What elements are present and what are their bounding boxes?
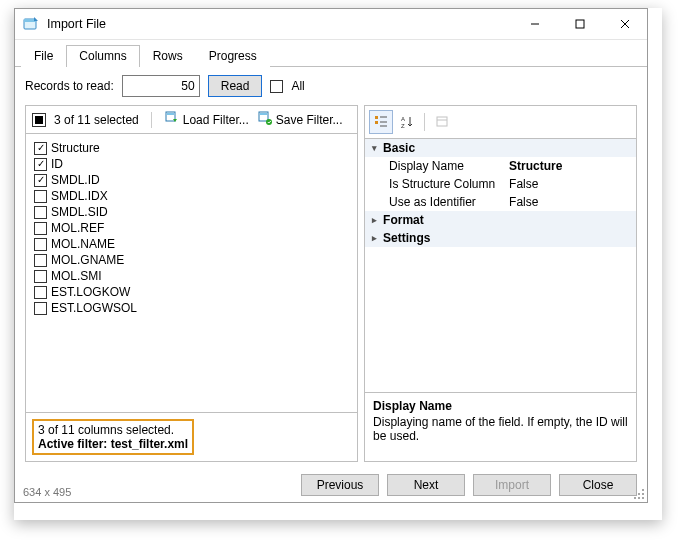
window-title: Import File (47, 17, 512, 31)
column-item[interactable]: MOL.REF (34, 220, 349, 236)
column-checkbox[interactable] (34, 190, 47, 203)
close-button[interactable]: Close (559, 474, 637, 496)
minimize-button[interactable] (512, 10, 557, 39)
property-key: Is Structure Column (389, 177, 509, 191)
app-icon (23, 16, 39, 32)
column-checkbox[interactable]: ✓ (34, 142, 47, 155)
property-category[interactable]: ▾Basic (365, 139, 636, 157)
divider (151, 112, 152, 128)
property-value[interactable]: False (509, 177, 636, 191)
property-row[interactable]: Is Structure ColumnFalse (365, 175, 636, 193)
svg-rect-10 (375, 121, 378, 124)
tab-progress[interactable]: Progress (196, 45, 270, 67)
column-checkbox[interactable] (34, 270, 47, 283)
columns-status-panel: 3 of 11 columns selected. Active filter:… (26, 412, 357, 461)
property-category[interactable]: ▸Format (365, 211, 636, 229)
column-label: MOL.REF (51, 221, 104, 235)
column-checkbox[interactable]: ✓ (34, 174, 47, 187)
column-item[interactable]: EST.LOGWSOL (34, 300, 349, 316)
all-checkbox[interactable] (270, 80, 283, 93)
dimensions-label: 634 x 495 (23, 486, 71, 498)
categorized-view-button[interactable] (369, 110, 393, 134)
load-filter-icon (164, 110, 180, 129)
load-filter-button[interactable]: Load Filter... (164, 110, 249, 129)
column-item[interactable]: SMDL.IDX (34, 188, 349, 204)
close-window-button[interactable] (602, 10, 647, 39)
save-filter-icon (257, 110, 273, 129)
chevron-right-icon[interactable]: ▸ (369, 215, 379, 225)
property-pages-button[interactable] (430, 110, 454, 134)
save-filter-button[interactable]: Save Filter... (257, 110, 343, 129)
column-label: SMDL.ID (51, 173, 100, 187)
property-key: Display Name (389, 159, 509, 173)
svg-point-21 (642, 497, 644, 499)
column-item[interactable]: MOL.NAME (34, 236, 349, 252)
column-checkbox[interactable] (34, 206, 47, 219)
column-item[interactable]: EST.LOGKOW (34, 284, 349, 300)
selection-summary: 3 of 11 selected (54, 113, 139, 127)
column-item[interactable]: SMDL.SID (34, 204, 349, 220)
property-description-title: Display Name (373, 399, 628, 413)
alphabetical-view-button[interactable]: A Z (395, 110, 419, 134)
svg-text:A: A (401, 116, 405, 122)
property-category-label: Settings (383, 231, 430, 245)
svg-rect-16 (437, 117, 447, 126)
column-checkbox[interactable] (34, 302, 47, 315)
column-label: SMDL.IDX (51, 189, 108, 203)
save-filter-label: Save Filter... (276, 113, 343, 127)
tab-strip: FileColumnsRowsProgress (15, 40, 647, 67)
column-label: EST.LOGKOW (51, 285, 130, 299)
read-button[interactable]: Read (208, 75, 263, 97)
svg-rect-3 (576, 20, 584, 28)
chevron-down-icon[interactable]: ▾ (369, 143, 379, 153)
column-checkbox[interactable]: ✓ (34, 158, 47, 171)
property-value[interactable]: Structure (509, 159, 636, 173)
filter-status-highlight: 3 of 11 columns selected. Active filter:… (32, 419, 194, 455)
svg-point-23 (634, 497, 636, 499)
property-row[interactable]: Use as IdentifierFalse (365, 193, 636, 211)
previous-button[interactable]: Previous (301, 474, 379, 496)
records-label: Records to read: (25, 79, 114, 93)
import-file-dialog: Import File FileColumnsRowsProgress Reco… (14, 8, 648, 503)
chevron-right-icon[interactable]: ▸ (369, 233, 379, 243)
svg-point-19 (642, 493, 644, 495)
column-item[interactable]: MOL.SMI (34, 268, 349, 284)
column-label: MOL.SMI (51, 269, 102, 283)
records-to-read-input[interactable] (122, 75, 200, 97)
columns-list[interactable]: ✓Structure✓ID✓SMDL.IDSMDL.IDXSMDL.SIDMOL… (26, 134, 357, 412)
resize-grip[interactable] (633, 488, 645, 500)
tab-columns[interactable]: Columns (66, 45, 139, 67)
maximize-button[interactable] (557, 10, 602, 39)
property-grid[interactable]: ▾BasicDisplay NameStructureIs Structure … (365, 139, 636, 392)
columns-pane: 3 of 11 selected Load Filter... (25, 105, 358, 462)
property-key: Use as Identifier (389, 195, 509, 209)
svg-point-20 (638, 493, 640, 495)
tab-file[interactable]: File (21, 45, 66, 67)
property-category[interactable]: ▸Settings (365, 229, 636, 247)
svg-point-8 (266, 119, 272, 125)
column-checkbox[interactable] (34, 222, 47, 235)
column-label: SMDL.SID (51, 205, 108, 219)
import-button[interactable]: Import (473, 474, 551, 496)
property-category-label: Format (383, 213, 424, 227)
property-pane: A Z ▾BasicDisp (364, 105, 637, 462)
divider (424, 113, 425, 131)
next-button[interactable]: Next (387, 474, 465, 496)
column-item[interactable]: ✓Structure (34, 140, 349, 156)
column-checkbox[interactable] (34, 286, 47, 299)
all-label: All (291, 79, 304, 93)
records-row: Records to read: Read All (15, 67, 647, 105)
svg-text:Z: Z (401, 123, 405, 129)
column-checkbox[interactable] (34, 254, 47, 267)
column-item[interactable]: ✓SMDL.ID (34, 172, 349, 188)
property-row[interactable]: Display NameStructure (365, 157, 636, 175)
column-item[interactable]: ✓ID (34, 156, 349, 172)
select-all-toggle[interactable] (32, 113, 46, 127)
column-checkbox[interactable] (34, 238, 47, 251)
property-value[interactable]: False (509, 195, 636, 209)
column-label: ID (51, 157, 63, 171)
property-category-label: Basic (383, 141, 415, 155)
column-item[interactable]: MOL.GNAME (34, 252, 349, 268)
tab-rows[interactable]: Rows (140, 45, 196, 67)
column-label: MOL.GNAME (51, 253, 124, 267)
